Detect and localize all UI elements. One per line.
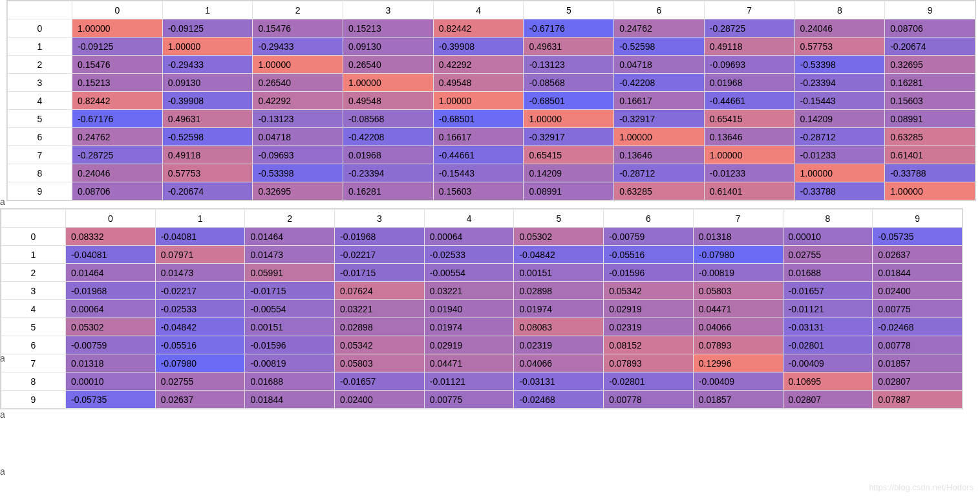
col-header: 7 — [693, 210, 783, 228]
heatmap-cell: -0.15443 — [794, 92, 885, 110]
row-header: 3 — [1, 282, 66, 300]
bg-letter: a — [0, 409, 5, 416]
heatmap-cell: 0.42292 — [253, 92, 343, 110]
heatmap-cell: 0.15476 — [253, 19, 343, 38]
heatmap-cell: 0.10695 — [783, 372, 873, 391]
heatmap-cell: -0.53398 — [253, 164, 343, 182]
heatmap-cell: 0.05803 — [693, 282, 783, 300]
heatmap-cell: -0.00819 — [693, 264, 783, 282]
heatmap-cell: -0.02468 — [514, 391, 604, 409]
col-header: 9 — [873, 210, 963, 228]
heatmap-cell: 0.02400 — [873, 282, 963, 300]
heatmap-cell: 0.04471 — [693, 300, 783, 318]
row-header: 8 — [8, 164, 72, 182]
row-header: 1 — [8, 38, 72, 56]
heatmap-cell: -0.00409 — [783, 354, 873, 372]
heatmap-cell: 1.00000 — [704, 146, 794, 164]
col-header: 2 — [253, 1, 343, 19]
heatmap-cell: 1.00000 — [162, 38, 253, 56]
heatmap-cell: 0.08083 — [514, 318, 604, 336]
heatmap-cell: 0.26540 — [253, 74, 343, 92]
heatmap-cell: 0.65415 — [524, 146, 614, 164]
heatmap-cell: -0.33788 — [794, 182, 885, 200]
heatmap-cell: -0.07980 — [155, 354, 245, 372]
heatmap-cell: -0.32917 — [524, 128, 614, 146]
heatmap-cell: 0.00064 — [66, 300, 156, 318]
col-header: 8 — [794, 1, 885, 19]
heatmap-cell: 0.08332 — [66, 228, 156, 246]
heatmap-cell: -0.23394 — [343, 164, 434, 182]
heatmap-cell: -0.39908 — [433, 38, 524, 56]
heatmap-cell: -0.01121 — [424, 372, 514, 391]
heatmap-cell: -0.05516 — [604, 246, 694, 264]
heatmap-cell: 0.02400 — [335, 391, 425, 409]
corner-cell — [8, 1, 72, 19]
heatmap-cell: -0.29433 — [162, 56, 253, 74]
heatmap-cell: -0.00759 — [66, 336, 156, 354]
heatmap-cell: -0.23394 — [794, 74, 885, 92]
heatmap-cell: 1.00000 — [885, 182, 975, 200]
heatmap-cell: -0.01715 — [245, 282, 335, 300]
heatmap-cell: 0.49631 — [524, 38, 614, 56]
heatmap-cell: 0.05302 — [66, 318, 156, 336]
heatmap-table-1: 012345678900.08332-0.040810.01464-0.0196… — [0, 208, 963, 409]
heatmap-cell: 0.82442 — [433, 19, 524, 38]
heatmap-cell: 0.08991 — [524, 182, 614, 200]
heatmap-cell: 0.02319 — [514, 336, 604, 354]
heatmap-cell: -0.52598 — [614, 38, 705, 56]
heatmap-cell: 0.13646 — [704, 128, 794, 146]
heatmap-cell: 0.61401 — [704, 182, 794, 200]
col-header: 0 — [72, 1, 163, 19]
heatmap-cell: 0.57753 — [162, 164, 253, 182]
heatmap-cell: -0.08568 — [524, 74, 614, 92]
heatmap-cell: 0.32695 — [885, 56, 975, 74]
heatmap-cell: -0.09693 — [253, 146, 343, 164]
heatmap-cell: -0.07980 — [693, 246, 783, 264]
heatmap-cell: 0.15603 — [885, 92, 975, 110]
heatmap-cell: 0.32695 — [253, 182, 343, 200]
row-header: 9 — [8, 182, 72, 200]
col-header: 6 — [604, 210, 694, 228]
heatmap-cell: 0.01844 — [245, 391, 335, 409]
heatmap-cell: 0.04718 — [614, 56, 705, 74]
heatmap-cell: -0.04081 — [155, 228, 245, 246]
heatmap-cell: -0.04842 — [514, 246, 604, 264]
heatmap-cell: -0.13123 — [524, 56, 614, 74]
heatmap-cell: 0.15603 — [433, 182, 524, 200]
col-header: 4 — [433, 1, 524, 19]
heatmap-cell: 1.00000 — [524, 110, 614, 128]
heatmap-cell: -0.05516 — [155, 336, 245, 354]
heatmap-cell: -0.08568 — [343, 110, 434, 128]
heatmap-cell: 0.49548 — [343, 92, 434, 110]
heatmap-cell: -0.44661 — [433, 146, 524, 164]
heatmap-cell: -0.09125 — [162, 19, 253, 38]
heatmap-cell: 0.49118 — [162, 146, 253, 164]
row-header: 0 — [8, 19, 72, 38]
heatmap-cell: -0.39908 — [162, 92, 253, 110]
row-header: 5 — [8, 110, 72, 128]
heatmap-cell: 0.05991 — [245, 264, 335, 282]
heatmap-table-0: 012345678901.00000-0.091250.154760.15213… — [6, 0, 976, 201]
heatmap-cell: 0.01688 — [245, 372, 335, 391]
row-header: 1 — [1, 246, 66, 264]
col-header: 2 — [245, 210, 335, 228]
heatmap-cell: -0.05735 — [66, 391, 156, 409]
heatmap-cell: 0.42292 — [433, 56, 524, 74]
heatmap-cell: -0.20674 — [162, 182, 253, 200]
heatmap-cell: 0.02898 — [514, 282, 604, 300]
heatmap-cell: -0.02801 — [604, 372, 694, 391]
heatmap-cell: -0.00759 — [604, 228, 694, 246]
heatmap-cell: 0.49548 — [433, 74, 524, 92]
heatmap-cell: 0.01318 — [693, 228, 783, 246]
heatmap-cell: 0.02637 — [873, 246, 963, 264]
heatmap-cell: -0.04081 — [66, 246, 156, 264]
heatmap-cell: 0.00010 — [66, 372, 156, 391]
heatmap-cell: 0.00010 — [783, 228, 873, 246]
heatmap-cell: -0.02801 — [783, 336, 873, 354]
heatmap-cell: 0.57753 — [794, 38, 885, 56]
heatmap-cell: 0.02637 — [155, 391, 245, 409]
heatmap-cell: -0.09693 — [704, 56, 794, 74]
heatmap-cell: 0.01968 — [704, 74, 794, 92]
heatmap-cell: 0.24762 — [614, 19, 705, 38]
heatmap-cell: -0.68501 — [433, 110, 524, 128]
